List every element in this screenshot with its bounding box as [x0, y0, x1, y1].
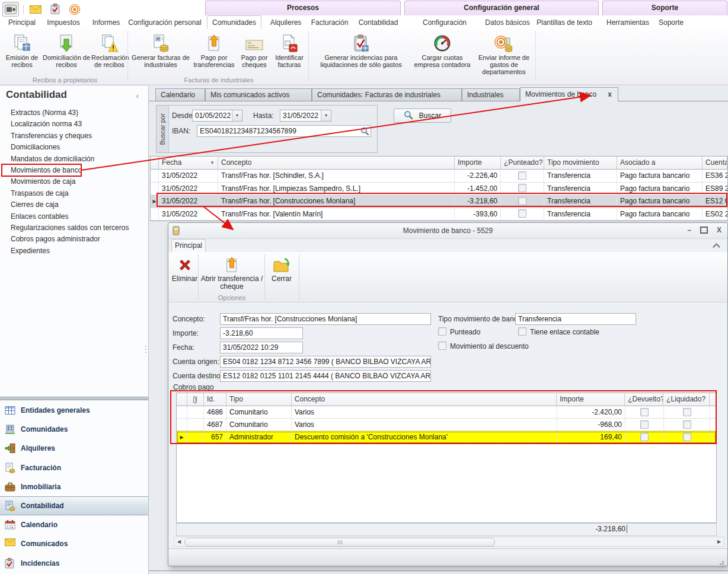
- identificar-facturas-button[interactable]: Identificar facturas: [272, 31, 307, 68]
- sidebar-item-localizacion[interactable]: Localización norma 43: [0, 119, 148, 130]
- header-concepto[interactable]: Concepto: [218, 157, 455, 169]
- iban-input[interactable]: ES0401821234871234567899: [197, 125, 371, 137]
- phone-icon[interactable]: [2, 2, 19, 17]
- emision-recibos-button[interactable]: Emisión de recibos: [2, 31, 41, 68]
- close-tab-icon[interactable]: x: [608, 88, 612, 101]
- sidebar-item-enlaces[interactable]: Enlaces contables: [0, 211, 148, 222]
- generar-facturas-button[interactable]: H Generar facturas de industriales: [130, 31, 191, 68]
- reclamacion-recibos-button[interactable]: Reclamación de recibos: [91, 31, 127, 68]
- nav-alquileres[interactable]: Alquileres: [0, 439, 148, 458]
- ribbon-tab-principal[interactable]: Principal: [5, 17, 39, 28]
- cuenta-destino-input[interactable]: ES12 0182 0125 1101 2145 4444 ( BANCO BI…: [220, 370, 431, 382]
- ribbon-tab-impuestos[interactable]: Impuestos: [44, 17, 83, 28]
- sidebar-item-mandatos[interactable]: Mandatos de domiciliación: [0, 154, 148, 165]
- chevron-down-icon[interactable]: ▾: [232, 110, 242, 121]
- ribbon-tab-informes[interactable]: Informes: [89, 17, 123, 28]
- desde-input[interactable]: 01/05/2022 ▾: [192, 110, 242, 122]
- table-row[interactable]: 31/05/2022 Transf/Fras hor. [Valentín Ma…: [151, 208, 727, 221]
- table-row[interactable]: 31/05/2022 Transf/Fras hor. [Limpiezas S…: [151, 183, 727, 196]
- sidebar-item-transferencias[interactable]: Transferencias y cheques: [0, 130, 148, 142]
- ribbon-tab-configuracion-general[interactable]: Configuración general: [410, 17, 479, 28]
- nav-calendario[interactable]: Calendario: [0, 515, 148, 534]
- sidebar-item-domiciliaciones[interactable]: Domiciliaciones: [0, 142, 148, 153]
- devuelto-checkbox[interactable]: [640, 433, 649, 441]
- dialog-tab-principal[interactable]: Principal: [171, 239, 206, 252]
- horizontal-scrollbar[interactable]: ◀ ▶: [174, 537, 724, 547]
- ribbon-tab-facturacion[interactable]: Facturación: [308, 17, 351, 28]
- cargar-cuotas-button[interactable]: Cargar cuotas empresa contadora: [412, 31, 472, 68]
- buscar-button[interactable]: Buscar: [394, 109, 451, 123]
- devuelto-checkbox[interactable]: [640, 420, 649, 429]
- nav-entidades-generales[interactable]: Entidades generales: [0, 401, 148, 420]
- checkbox-punteado[interactable]: [518, 184, 526, 192]
- sidebar-item-movimientos-banco[interactable]: Movimientos de banco: [0, 165, 148, 176]
- checkbox-punteado[interactable]: [518, 209, 526, 218]
- chevron-down-icon[interactable]: ▾: [321, 110, 331, 121]
- header-importe[interactable]: Importe: [455, 157, 501, 169]
- ribbon-tab-soporte[interactable]: Soporte: [654, 17, 688, 28]
- pago-transferencias-button[interactable]: Pago por transferencias: [191, 31, 237, 68]
- importe-input[interactable]: -3.218,60: [220, 327, 303, 339]
- enlace-contable-checkbox[interactable]: [518, 327, 526, 336]
- sidebar-item-traspasos[interactable]: Traspasos de caja: [0, 188, 148, 199]
- domiciliacion-recibos-button[interactable]: Domiciliación de recibos: [41, 31, 91, 68]
- descuento-checkbox[interactable]: [438, 342, 446, 350]
- hasta-input[interactable]: 31/05/2022 ▾: [280, 110, 331, 122]
- header-cuenta[interactable]: Cuenta b: [703, 157, 727, 169]
- ribbon-tab-comunidades[interactable]: Comunidades: [207, 15, 261, 29]
- header-asociado[interactable]: Asociado a: [617, 157, 703, 169]
- maximize-icon[interactable]: [700, 227, 708, 234]
- collapse-chevron-icon[interactable]: ‹: [136, 91, 139, 100]
- liquidado-checkbox[interactable]: [683, 433, 691, 441]
- header-id[interactable]: Id.: [204, 393, 226, 406]
- fecha-input[interactable]: 31/05/2022 10:29: [220, 342, 303, 353]
- devuelto-checkbox[interactable]: [640, 408, 649, 416]
- sidebar-item-movimientos-caja[interactable]: Movimientos de caja: [0, 176, 148, 187]
- table-row-selected-highlighted[interactable]: ▶ 657 Administrador Descuento comisión a…: [177, 431, 716, 444]
- tab-mis-comunicados[interactable]: Mis comunicados activos: [205, 88, 312, 101]
- table-row[interactable]: 4687 Comunitario Varios -968,00: [177, 419, 716, 431]
- ribbon-tab-plantillas[interactable]: Plantillas de texto: [535, 17, 594, 28]
- nav-contabilidad[interactable]: Contabilidad: [0, 496, 148, 515]
- cuenta-origen-input[interactable]: ES04 0182 1234 8712 3456 7899 ( BANCO BI…: [220, 356, 431, 368]
- sidebar-item-extractos[interactable]: Extractos (Norma 43): [0, 107, 148, 119]
- nav-facturacion[interactable]: Facturación: [0, 458, 148, 477]
- scrollbar-thumb[interactable]: [184, 538, 495, 547]
- punteado-checkbox[interactable]: [438, 327, 446, 336]
- tab-calendario[interactable]: Calendario: [155, 88, 205, 101]
- nav-comunicados[interactable]: Comunicados: [0, 534, 148, 553]
- sidebar-splitter[interactable]: [0, 397, 148, 400]
- cerrar-button[interactable]: Cerrar: [266, 254, 298, 283]
- collapse-ribbon-chevron-icon[interactable]: [713, 243, 720, 251]
- tab-comunidades-facturas[interactable]: Comunidades: Facturas de industriales: [312, 88, 462, 101]
- resize-grip[interactable]: [722, 561, 724, 563]
- liquidado-checkbox[interactable]: [683, 408, 691, 416]
- nav-comunidades[interactable]: Comunidades: [0, 420, 148, 439]
- ribbon-tab-herramientas[interactable]: Herramientas: [606, 17, 650, 28]
- sidebar-item-cobros-pagos[interactable]: Cobros pagos administrador: [0, 234, 148, 245]
- ribbon-tab-configuracion-personal[interactable]: Configuración personal: [128, 17, 202, 28]
- nav-incidencias[interactable]: Incidencias: [0, 554, 148, 573]
- tasks-icon[interactable]: [47, 2, 63, 16]
- sidebar-item-cierres[interactable]: Cierres de caja: [0, 199, 148, 211]
- checkbox-punteado[interactable]: [518, 197, 526, 205]
- sidebar-item-expedientes[interactable]: Expedientes: [0, 245, 148, 257]
- scroll-right-icon[interactable]: ▶: [714, 537, 724, 546]
- header-importe[interactable]: Importe: [557, 393, 625, 406]
- header-concepto[interactable]: Concepto: [292, 393, 557, 406]
- sidebar-item-regularizaciones[interactable]: Regularizaciones saldos con terceros: [0, 222, 148, 234]
- ribbon-tab-datos-basicos[interactable]: Datos básicos: [485, 17, 530, 28]
- header-fecha[interactable]: Fecha▼: [159, 157, 218, 169]
- pago-cheques-button[interactable]: Pago por cheques: [237, 31, 272, 68]
- close-icon[interactable]: X: [717, 226, 721, 234]
- nav-inmobiliaria[interactable]: Inmobiliaria: [0, 477, 148, 496]
- table-row[interactable]: 31/05/2022 Transf/Fras hor. [Schindler, …: [151, 170, 727, 183]
- enviar-informe-button[interactable]: Enviar informe de gastos de departamento…: [474, 31, 534, 75]
- table-row[interactable]: 4686 Comunitario Varios -2.420,00: [177, 406, 716, 419]
- concepto-input[interactable]: Transf/Fras hor. [Construcciones Monlana…: [220, 313, 431, 325]
- header-devuelto[interactable]: ¿Devuelto?: [625, 393, 663, 406]
- mail-icon[interactable]: [28, 2, 43, 16]
- liquidado-checkbox[interactable]: [683, 420, 691, 429]
- tab-industriales[interactable]: Industriales: [462, 88, 520, 101]
- broadcast-icon[interactable]: [67, 2, 82, 16]
